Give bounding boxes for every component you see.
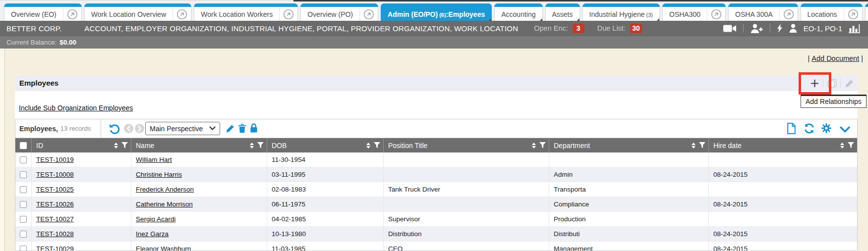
balance-label: Current Balance: — [6, 39, 57, 46]
perspective-select[interactable]: Main Perspective — [145, 122, 220, 135]
tab[interactable]: Referred Orders — [865, 3, 868, 21]
due-list-badge[interactable]: 30 — [630, 24, 642, 33]
row-checkbox[interactable] — [20, 201, 27, 208]
undo-button[interactable] — [109, 122, 120, 136]
popout-icon[interactable] — [279, 7, 297, 21]
tab-accent-bar — [662, 3, 726, 7]
employee-id-link[interactable]: TEST-10008 — [36, 171, 74, 178]
filter-icon[interactable] — [374, 142, 380, 149]
app-tab-bar: Overview (EO) Work Location Overview Wor… — [0, 0, 868, 21]
pipe: | — [808, 54, 810, 62]
cell-id: TEST-10029 — [32, 242, 131, 251]
delete-perspective-button[interactable] — [238, 123, 246, 135]
employee-name-link[interactable]: William Hart — [136, 156, 172, 163]
sort-icon[interactable] — [114, 143, 118, 149]
tab[interactable]: Overview (PO) — [300, 3, 378, 21]
tab-label: OSHA300 — [669, 10, 700, 18]
column-header-label: Hire date — [713, 142, 840, 150]
filter-icon[interactable] — [699, 142, 705, 149]
sort-icon[interactable] — [840, 143, 844, 149]
employee-id-link[interactable]: TEST-10029 — [36, 245, 74, 251]
edit-perspective-button[interactable] — [226, 124, 235, 135]
add-person-icon[interactable] — [750, 24, 763, 33]
popout-icon[interactable] — [844, 7, 862, 21]
popout-icon[interactable] — [707, 7, 725, 21]
tab[interactable]: Accounting — [494, 3, 542, 21]
cell-dob: 10-13-1980 — [267, 227, 384, 241]
row-checkbox[interactable] — [20, 231, 27, 238]
video-camera-icon[interactable] — [723, 24, 737, 33]
row-checkbox[interactable] — [20, 246, 27, 251]
edit-button[interactable] — [841, 79, 858, 88]
column-header-label: Name — [136, 142, 250, 150]
employee-name-link[interactable]: Sergio Acardi — [136, 215, 175, 223]
tab-count: (3) — [646, 11, 653, 18]
row-checkbox-cell — [15, 167, 32, 182]
select-all-checkbox[interactable] — [20, 142, 27, 149]
tab-label: Accounting — [501, 10, 535, 18]
employee-name-link[interactable]: Christine Harris — [136, 171, 182, 178]
sort-icon[interactable] — [250, 143, 254, 149]
open-enc-badge[interactable]: 3 — [573, 24, 584, 33]
employee-name-link[interactable]: Frederick Anderson — [136, 186, 194, 193]
settings-button[interactable] — [821, 123, 832, 136]
person-icon[interactable] — [789, 24, 797, 33]
next-page-button[interactable] — [135, 124, 144, 133]
popout-icon[interactable] — [779, 7, 798, 21]
collapse-chevron-icon[interactable] — [840, 126, 850, 135]
modules-breadcrumb: ACCOUNT, EMPLOYER ORGANIZATION, INDUSTRI… — [84, 24, 518, 33]
tab[interactable]: Industrial Hygiene (3) — [582, 3, 660, 21]
filter-icon[interactable] — [539, 142, 546, 149]
employee-id-link[interactable]: TEST-10027 — [36, 215, 74, 223]
refresh-button[interactable] — [804, 123, 815, 136]
prev-page-button[interactable] — [124, 124, 133, 133]
tooltip: Add Relationships — [801, 95, 867, 108]
table-row: TEST-10025 Frederick Anderson 02-08-1983… — [15, 182, 857, 197]
employee-id-link[interactable]: TEST-10019 — [36, 156, 74, 163]
tab[interactable]: Locations — [801, 3, 863, 21]
user-context: EO-1, PO-1 — [804, 24, 842, 33]
cell-position-title — [384, 197, 549, 211]
row-checkbox[interactable] — [20, 216, 27, 223]
filter-icon[interactable] — [257, 142, 264, 149]
tab-count: (6) — [439, 11, 446, 18]
employee-id-link[interactable]: TEST-10026 — [36, 201, 74, 208]
tab[interactable]: Admin (EO/PO) (6) :Employees — [381, 3, 492, 21]
new-document-button[interactable] — [787, 123, 796, 136]
tab[interactable]: Overview (EO) — [4, 3, 82, 21]
row-checkbox[interactable] — [20, 186, 27, 193]
employee-id-link[interactable]: TEST-10028 — [36, 230, 74, 238]
column-header: Hire date — [709, 138, 857, 152]
cell-position-title — [384, 167, 549, 182]
cell-dob: 11-30-1954 — [267, 152, 384, 167]
tab[interactable]: Work Location Overview — [84, 3, 191, 21]
lightning-icon[interactable] — [777, 24, 783, 33]
bar-chart-icon[interactable] — [849, 24, 861, 33]
popout-icon[interactable] — [63, 7, 81, 21]
tab[interactable]: Assets — [545, 3, 580, 21]
popout-icon[interactable] — [173, 7, 191, 21]
row-checkbox-cell — [15, 197, 32, 211]
filter-icon[interactable] — [121, 142, 128, 149]
employee-name-link[interactable]: Inez Garza — [136, 230, 169, 238]
org-bar: BETTER CORP. ACCOUNT, EMPLOYER ORGANIZAT… — [0, 21, 868, 36]
tab[interactable]: Work Location Workers — [194, 3, 298, 21]
employee-name-link[interactable]: Catherine Morrison — [136, 201, 193, 208]
popout-icon[interactable] — [359, 7, 378, 21]
row-checkbox[interactable] — [20, 171, 27, 178]
lock-perspective-button[interactable] — [249, 123, 258, 135]
row-checkbox[interactable] — [20, 156, 27, 163]
add-document-link[interactable]: Add Document — [811, 54, 859, 62]
column-header-label: Department — [554, 142, 692, 150]
cell-name: William Hart — [131, 152, 267, 167]
tab[interactable]: OSHA300 — [662, 3, 726, 21]
employee-name-link[interactable]: Eleanor Washburn — [136, 245, 191, 251]
cell-hire-date — [709, 152, 857, 167]
sort-icon[interactable] — [532, 143, 536, 149]
filter-icon[interactable] — [848, 142, 854, 149]
sort-icon[interactable] — [366, 143, 370, 149]
sort-icon[interactable] — [692, 143, 695, 149]
tab[interactable]: OSHA 300A — [728, 3, 798, 21]
employee-id-link[interactable]: TEST-10025 — [36, 186, 74, 193]
include-sub-org-link[interactable]: Include Sub Organization Employees — [19, 104, 133, 112]
